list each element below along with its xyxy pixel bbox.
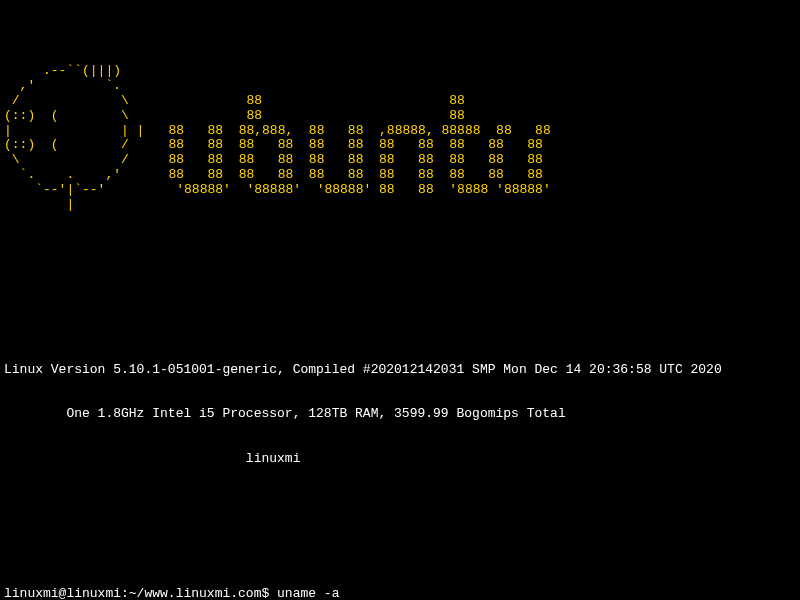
shell-prompt: linuxmi@linuxmi:~/www.linuxmi.com$ [4,586,277,600]
ascii-banner: .--``(|||) ,' `. / \ (::) ( \ | | | (::)… [4,64,796,213]
prompt-line-uname[interactable]: linuxmi@linuxmi:~/www.linuxmi.com$ uname… [4,587,796,600]
ascii-logo-left: .--``(|||) ,' `. / \ (::) ( \ | | | (::)… [4,64,144,213]
banner-line-3: linuxmi [4,452,796,467]
terminal-window[interactable]: .--``(|||) ,' `. / \ (::) ( \ | | | (::)… [0,0,800,600]
banner-line-1: Linux Version 5.10.1-051001-generic, Com… [4,363,796,378]
ascii-logo-right: 88 88 88 88 88 88 88,888, 88 88 ,88888, … [144,64,550,213]
cmd-uname: uname -a [277,586,339,600]
banner-line-2: One 1.8GHz Intel i5 Processor, 128TB RAM… [4,407,796,422]
